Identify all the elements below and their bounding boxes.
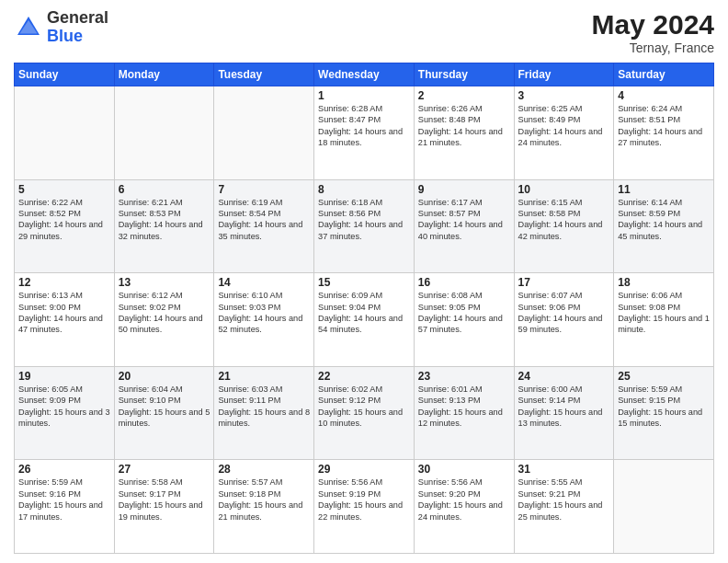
header: General Blue May 2024 Ternay, France — [14, 9, 714, 55]
day-info: Sunrise: 6:26 AM Sunset: 8:48 PM Dayligh… — [418, 103, 510, 149]
calendar-cell: 11Sunrise: 6:14 AM Sunset: 8:59 PM Dayli… — [614, 179, 714, 273]
day-info: Sunrise: 6:14 AM Sunset: 8:59 PM Dayligh… — [618, 197, 710, 243]
calendar-cell: 6Sunrise: 6:21 AM Sunset: 8:53 PM Daylig… — [114, 179, 214, 273]
calendar-cell: 28Sunrise: 5:57 AM Sunset: 9:18 PM Dayli… — [214, 460, 314, 554]
calendar-cell: 23Sunrise: 6:01 AM Sunset: 9:13 PM Dayli… — [414, 366, 514, 460]
calendar-week-4: 19Sunrise: 6:05 AM Sunset: 9:09 PM Dayli… — [15, 366, 714, 460]
calendar-cell: 14Sunrise: 6:10 AM Sunset: 9:03 PM Dayli… — [214, 273, 314, 367]
logo: General Blue — [14, 9, 108, 46]
logo-text: General Blue — [47, 9, 108, 46]
calendar-cell — [614, 460, 714, 554]
day-number: 4 — [618, 89, 710, 102]
page: General Blue May 2024 Ternay, France Sun… — [0, 0, 728, 563]
day-header-saturday: Saturday — [614, 63, 714, 86]
calendar-cell: 29Sunrise: 5:56 AM Sunset: 9:19 PM Dayli… — [314, 460, 415, 554]
calendar-cell: 4Sunrise: 6:24 AM Sunset: 8:51 PM Daylig… — [614, 86, 714, 180]
logo-icon — [14, 13, 43, 42]
day-info: Sunrise: 6:21 AM Sunset: 8:53 PM Dayligh… — [119, 197, 210, 243]
calendar-week-3: 12Sunrise: 6:13 AM Sunset: 9:00 PM Dayli… — [15, 273, 714, 367]
day-info: Sunrise: 6:17 AM Sunset: 8:57 PM Dayligh… — [418, 197, 510, 243]
day-number: 12 — [18, 276, 110, 289]
month-year: May 2024 — [592, 9, 714, 40]
day-number: 1 — [318, 89, 410, 102]
day-info: Sunrise: 6:10 AM Sunset: 9:03 PM Dayligh… — [218, 290, 310, 336]
calendar-cell: 30Sunrise: 5:56 AM Sunset: 9:20 PM Dayli… — [414, 460, 514, 554]
calendar-header-row: SundayMondayTuesdayWednesdayThursdayFrid… — [15, 63, 714, 86]
day-number: 18 — [618, 276, 710, 289]
day-info: Sunrise: 6:28 AM Sunset: 8:47 PM Dayligh… — [318, 103, 410, 149]
calendar-cell: 2Sunrise: 6:26 AM Sunset: 8:48 PM Daylig… — [414, 86, 514, 180]
calendar-cell — [214, 86, 314, 180]
calendar-cell: 27Sunrise: 5:58 AM Sunset: 9:17 PM Dayli… — [114, 460, 214, 554]
day-info: Sunrise: 5:56 AM Sunset: 9:20 PM Dayligh… — [418, 477, 510, 523]
calendar-cell: 1Sunrise: 6:28 AM Sunset: 8:47 PM Daylig… — [314, 86, 415, 180]
day-number: 27 — [119, 463, 210, 476]
day-info: Sunrise: 5:55 AM Sunset: 9:21 PM Dayligh… — [518, 477, 610, 523]
day-number: 8 — [318, 183, 410, 196]
calendar-cell: 7Sunrise: 6:19 AM Sunset: 8:54 PM Daylig… — [214, 179, 314, 273]
calendar-cell — [15, 86, 115, 180]
calendar-week-2: 5Sunrise: 6:22 AM Sunset: 8:52 PM Daylig… — [15, 179, 714, 273]
day-number: 30 — [418, 463, 510, 476]
calendar-cell: 20Sunrise: 6:04 AM Sunset: 9:10 PM Dayli… — [114, 366, 214, 460]
location: Ternay, France — [592, 40, 714, 55]
logo-general: General — [47, 8, 108, 27]
day-number: 15 — [318, 276, 410, 289]
day-info: Sunrise: 6:04 AM Sunset: 9:10 PM Dayligh… — [119, 384, 210, 430]
day-info: Sunrise: 6:19 AM Sunset: 8:54 PM Dayligh… — [218, 197, 310, 243]
day-header-tuesday: Tuesday — [214, 63, 314, 86]
calendar-cell: 5Sunrise: 6:22 AM Sunset: 8:52 PM Daylig… — [15, 179, 115, 273]
day-info: Sunrise: 5:59 AM Sunset: 9:15 PM Dayligh… — [618, 384, 710, 430]
calendar-cell: 3Sunrise: 6:25 AM Sunset: 8:49 PM Daylig… — [514, 86, 614, 180]
day-info: Sunrise: 6:12 AM Sunset: 9:02 PM Dayligh… — [119, 290, 210, 336]
calendar-cell: 18Sunrise: 6:06 AM Sunset: 9:08 PM Dayli… — [614, 273, 714, 367]
day-info: Sunrise: 5:59 AM Sunset: 9:16 PM Dayligh… — [18, 477, 110, 523]
calendar-cell: 26Sunrise: 5:59 AM Sunset: 9:16 PM Dayli… — [15, 460, 115, 554]
calendar-cell: 25Sunrise: 5:59 AM Sunset: 9:15 PM Dayli… — [614, 366, 714, 460]
logo-blue: Blue — [47, 27, 83, 45]
day-info: Sunrise: 5:56 AM Sunset: 9:19 PM Dayligh… — [318, 477, 410, 523]
calendar-cell: 31Sunrise: 5:55 AM Sunset: 9:21 PM Dayli… — [514, 460, 614, 554]
day-info: Sunrise: 6:06 AM Sunset: 9:08 PM Dayligh… — [618, 290, 710, 336]
day-info: Sunrise: 6:05 AM Sunset: 9:09 PM Dayligh… — [18, 384, 110, 430]
day-number: 3 — [518, 89, 610, 102]
day-number: 14 — [218, 276, 310, 289]
title-block: May 2024 Ternay, France — [592, 9, 714, 55]
calendar-cell: 22Sunrise: 6:02 AM Sunset: 9:12 PM Dayli… — [314, 366, 415, 460]
day-number: 13 — [119, 276, 210, 289]
day-number: 26 — [18, 463, 110, 476]
day-number: 21 — [218, 370, 310, 383]
calendar-cell: 19Sunrise: 6:05 AM Sunset: 9:09 PM Dayli… — [15, 366, 115, 460]
day-header-sunday: Sunday — [15, 63, 115, 86]
day-number: 7 — [218, 183, 310, 196]
calendar-cell: 21Sunrise: 6:03 AM Sunset: 9:11 PM Dayli… — [214, 366, 314, 460]
day-number: 22 — [318, 370, 410, 383]
calendar-cell — [114, 86, 214, 180]
day-number: 19 — [18, 370, 110, 383]
day-number: 10 — [518, 183, 610, 196]
day-info: Sunrise: 5:58 AM Sunset: 9:17 PM Dayligh… — [119, 477, 210, 523]
day-header-wednesday: Wednesday — [314, 63, 415, 86]
calendar-cell: 15Sunrise: 6:09 AM Sunset: 9:04 PM Dayli… — [314, 273, 415, 367]
day-info: Sunrise: 6:09 AM Sunset: 9:04 PM Dayligh… — [318, 290, 410, 336]
day-info: Sunrise: 6:01 AM Sunset: 9:13 PM Dayligh… — [418, 384, 510, 430]
day-info: Sunrise: 6:13 AM Sunset: 9:00 PM Dayligh… — [18, 290, 110, 336]
calendar-cell: 24Sunrise: 6:00 AM Sunset: 9:14 PM Dayli… — [514, 366, 614, 460]
day-number: 28 — [218, 463, 310, 476]
day-info: Sunrise: 6:08 AM Sunset: 9:05 PM Dayligh… — [418, 290, 510, 336]
day-info: Sunrise: 6:25 AM Sunset: 8:49 PM Dayligh… — [518, 103, 610, 149]
calendar-cell: 16Sunrise: 6:08 AM Sunset: 9:05 PM Dayli… — [414, 273, 514, 367]
day-info: Sunrise: 6:03 AM Sunset: 9:11 PM Dayligh… — [218, 384, 310, 430]
calendar-cell: 10Sunrise: 6:15 AM Sunset: 8:58 PM Dayli… — [514, 179, 614, 273]
day-info: Sunrise: 6:22 AM Sunset: 8:52 PM Dayligh… — [18, 197, 110, 243]
calendar-cell: 8Sunrise: 6:18 AM Sunset: 8:56 PM Daylig… — [314, 179, 415, 273]
calendar-cell: 13Sunrise: 6:12 AM Sunset: 9:02 PM Dayli… — [114, 273, 214, 367]
day-info: Sunrise: 6:02 AM Sunset: 9:12 PM Dayligh… — [318, 384, 410, 430]
calendar-week-1: 1Sunrise: 6:28 AM Sunset: 8:47 PM Daylig… — [15, 86, 714, 180]
calendar-table: SundayMondayTuesdayWednesdayThursdayFrid… — [14, 63, 714, 554]
day-header-monday: Monday — [114, 63, 214, 86]
day-info: Sunrise: 6:18 AM Sunset: 8:56 PM Dayligh… — [318, 197, 410, 243]
day-number: 6 — [119, 183, 210, 196]
day-number: 16 — [418, 276, 510, 289]
day-number: 24 — [518, 370, 610, 383]
